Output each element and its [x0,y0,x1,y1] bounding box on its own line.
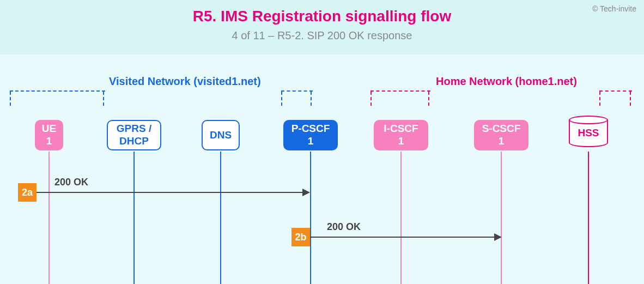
node-scscf1: S-CSCF 1 [474,120,528,150]
home-bracket-right [599,90,632,105]
node-ue1: UE 1 [35,120,63,150]
step-badge-2b: 2b [291,228,310,246]
node-gprs-dhcp: GPRS / DHCP [107,120,161,150]
visited-bracket-right [281,90,313,105]
copyright-text: © Tech-invite [592,4,636,13]
sequence-diagram: Visited Network (visited1.net) Home Netw… [0,55,644,284]
lifeline-scscf1 [501,152,502,284]
step-badge-2a: 2a [18,183,37,202]
diagram-subtitle: 4 of 11 – R5-2. SIP 200 OK response [0,29,644,42]
message-label-2b: 200 OK [327,221,361,233]
node-icscf1: I-CSCF 1 [374,120,428,150]
diagram-header: R5. IMS Registration signalling flow 4 o… [0,0,644,55]
message-label-2a: 200 OK [54,177,88,188]
arrowhead-2b [494,233,502,241]
node-dns: DNS [202,120,240,150]
home-bracket-left [370,90,430,105]
node-hss: HSS [569,116,608,147]
lifeline-pcscf1 [310,152,311,284]
lifeline-hss [588,152,589,284]
lifeline-icscf1 [400,152,402,284]
arrow-2a [37,192,303,193]
diagram-title: R5. IMS Registration signalling flow [0,8,644,25]
cylinder-top-icon [569,116,608,124]
node-pcscf1: P-CSCF 1 [283,120,338,150]
lifeline-ue1 [48,152,50,284]
arrow-2b [310,237,495,238]
lifeline-gprs [133,152,135,284]
lifeline-dns [220,152,221,284]
visited-bracket-left [10,90,105,105]
home-network-label: Home Network (home1.net) [436,75,577,88]
visited-network-label: Visited Network (visited1.net) [109,75,261,88]
arrowhead-2a [302,189,310,196]
